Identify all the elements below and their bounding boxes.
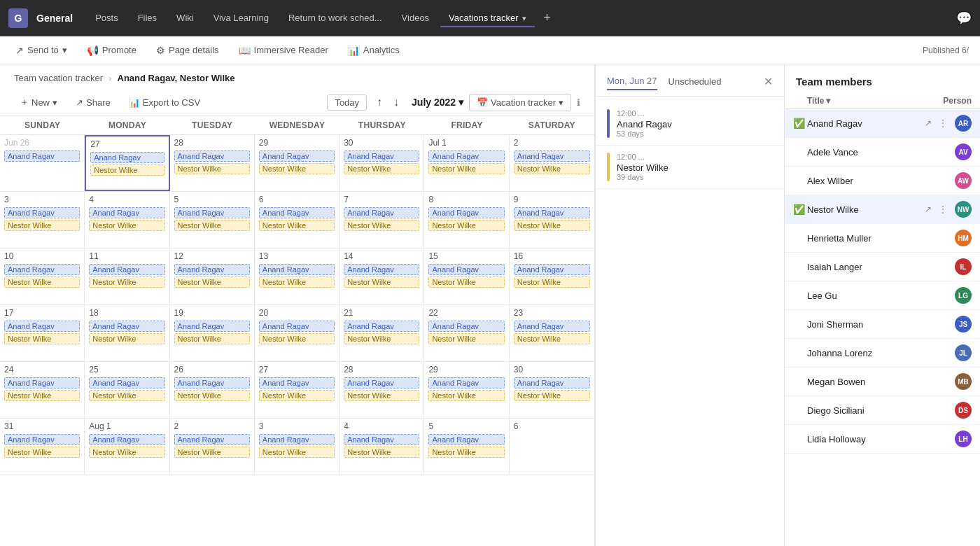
cal-cell[interactable]: Aug 1Anand RagavNestor Wilke bbox=[85, 419, 169, 475]
cal-cell[interactable]: 17Anand RagavNestor Wilke bbox=[0, 305, 85, 361]
team-row-megan[interactable]: Megan Bowen MB bbox=[785, 368, 980, 396]
promote-button[interactable]: 📢 Promote bbox=[83, 42, 141, 59]
cal-cell[interactable]: 5Anand RagavNestor Wilke bbox=[424, 419, 509, 475]
cal-cell[interactable]: 2Anand RagavNestor Wilke bbox=[170, 419, 255, 475]
cal-cell[interactable]: Jul 1Anand RagavNestor Wilke bbox=[424, 135, 509, 191]
cal-cell[interactable]: 12Anand RagavNestor Wilke bbox=[170, 248, 255, 304]
share-button[interactable]: ↗ Share bbox=[70, 94, 116, 111]
cal-cell[interactable]: 15Anand RagavNestor Wilke bbox=[424, 248, 509, 304]
add-tab-button[interactable]: + bbox=[538, 8, 556, 28]
cal-cell[interactable]: 31Anand RagavNestor Wilke bbox=[0, 419, 85, 475]
cal-cell[interactable]: 30Anand RagavNestor Wilke bbox=[510, 362, 594, 418]
team-row-nestor[interactable]: ✅ Nestor Wilke ↗ ⋮ NW bbox=[785, 195, 980, 224]
event-item-nestor[interactable]: 12:00 ... Nestor Wilke 39 days bbox=[596, 146, 784, 189]
tab-vacations-tracker[interactable]: Vacations tracker ▾ bbox=[440, 8, 535, 27]
team-member-name: Johanna Lorenz bbox=[807, 348, 955, 358]
cal-nav: ↑ ↓ bbox=[372, 94, 403, 110]
analytics-button[interactable]: 📊 Analytics bbox=[344, 42, 404, 59]
more-options-icon[interactable]: ⋮ bbox=[937, 117, 949, 130]
cal-cell[interactable]: 6 bbox=[510, 419, 594, 475]
event-panel: Mon, Jun 27 Unscheduled ✕ 12:00 ... Anan… bbox=[595, 64, 784, 546]
cal-cell[interactable]: Jun 26Anand Ragav bbox=[0, 135, 85, 191]
view-chevron-icon: ▾ bbox=[559, 97, 564, 108]
breadcrumb: Team vacation tracker › Anand Ragav, Nes… bbox=[0, 64, 594, 89]
team-row-anand[interactable]: ✅ Anand Ragav ↗ ⋮ AR bbox=[785, 109, 980, 138]
cal-cell[interactable]: 10Anand RagavNestor Wilke bbox=[0, 248, 85, 304]
page-details-button[interactable]: ⚙ Page details bbox=[152, 42, 223, 59]
team-row-alex[interactable]: Alex Wilber AW bbox=[785, 167, 980, 195]
info-icon[interactable]: ℹ bbox=[577, 97, 580, 108]
cal-cell[interactable]: 14Anand RagavNestor Wilke bbox=[340, 248, 424, 304]
tab-return-to-work[interactable]: Return to work sched... bbox=[280, 8, 391, 27]
cal-cell[interactable]: 24Anand RagavNestor Wilke bbox=[0, 362, 85, 418]
external-link-icon[interactable]: ↗ bbox=[923, 203, 934, 216]
team-row-adele[interactable]: Adele Vance AV bbox=[785, 138, 980, 167]
cal-cell[interactable]: 28Anand RagavNestor Wilke bbox=[340, 362, 424, 418]
cal-cell[interactable]: 11Anand RagavNestor Wilke bbox=[85, 248, 169, 304]
cal-cell[interactable]: 21Anand RagavNestor Wilke bbox=[340, 305, 424, 361]
cal-cell[interactable]: 16Anand RagavNestor Wilke bbox=[510, 248, 594, 304]
team-row-isaiah[interactable]: Isaiah Langer IL bbox=[785, 253, 980, 281]
event-days: 39 days bbox=[617, 173, 773, 181]
tab-videos[interactable]: Videos bbox=[393, 8, 438, 27]
cal-cell[interactable]: 6Anand RagavNestor Wilke bbox=[255, 192, 340, 248]
tab-wiki[interactable]: Wiki bbox=[168, 8, 202, 27]
cal-cell[interactable]: 20Anand RagavNestor Wilke bbox=[255, 305, 340, 361]
tab-viva-learning[interactable]: Viva Learning bbox=[205, 8, 277, 27]
event-tab-unscheduled[interactable]: Unscheduled bbox=[668, 74, 722, 90]
team-row-henrietta[interactable]: Henrietta Muller HM bbox=[785, 224, 980, 253]
breadcrumb-parent[interactable]: Team vacation tracker bbox=[14, 73, 103, 83]
day-name-sun: Sunday bbox=[0, 116, 85, 134]
cal-cell[interactable]: 8Anand RagavNestor Wilke bbox=[424, 192, 509, 248]
cal-cell[interactable]: 4Anand RagavNestor Wilke bbox=[85, 192, 169, 248]
day-name-tue: Tuesday bbox=[170, 116, 255, 134]
event-item-anand[interactable]: 12:00 ... Anand Ragav 53 days bbox=[596, 102, 784, 146]
cal-cell[interactable]: 19Anand RagavNestor Wilke bbox=[170, 305, 255, 361]
cal-cell[interactable]: 23Anand RagavNestor Wilke bbox=[510, 305, 594, 361]
more-options-icon[interactable]: ⋮ bbox=[937, 203, 949, 216]
cal-cell[interactable]: 3Anand RagavNestor Wilke bbox=[255, 419, 340, 475]
day-name-wed: Wednesday bbox=[255, 116, 340, 134]
send-to-button[interactable]: ↗ Send to ▾ bbox=[11, 42, 71, 59]
team-row-joni[interactable]: Joni Sherman JS bbox=[785, 310, 980, 339]
cal-cell[interactable]: 5Anand RagavNestor Wilke bbox=[170, 192, 255, 248]
cal-cell[interactable]: 3Anand RagavNestor Wilke bbox=[0, 192, 85, 248]
next-month-button[interactable]: ↓ bbox=[389, 94, 403, 110]
event-tab-date[interactable]: Mon, Jun 27 bbox=[607, 73, 657, 90]
cal-cell[interactable]: 18Anand RagavNestor Wilke bbox=[85, 305, 169, 361]
cal-cell[interactable]: 27Anand RagavNestor Wilke bbox=[255, 362, 340, 418]
cal-cell[interactable]: 25Anand RagavNestor Wilke bbox=[85, 362, 169, 418]
team-row-johanna[interactable]: Johanna Lorenz JL bbox=[785, 339, 980, 368]
cal-cell[interactable]: 28Anand RagavNestor Wilke bbox=[170, 135, 255, 191]
tab-posts[interactable]: Posts bbox=[87, 8, 127, 27]
event-name: Anand Ragav bbox=[617, 119, 773, 130]
close-icon[interactable]: ✕ bbox=[764, 75, 773, 88]
team-row-diego[interactable]: Diego Siciliani DS bbox=[785, 396, 980, 425]
cal-cell[interactable]: 13Anand RagavNestor Wilke bbox=[255, 248, 340, 304]
immersive-reader-button[interactable]: 📖 Immersive Reader bbox=[234, 42, 332, 59]
external-link-icon[interactable]: ↗ bbox=[923, 117, 934, 130]
chat-icon[interactable]: 💬 bbox=[956, 10, 972, 26]
cal-cell[interactable]: 4Anand RagavNestor Wilke bbox=[340, 419, 424, 475]
team-col-title[interactable]: Title ▾ bbox=[807, 96, 943, 106]
cal-cell-today[interactable]: 27Anand RagavNestor Wilke bbox=[85, 135, 169, 191]
cal-cell[interactable]: 22Anand RagavNestor Wilke bbox=[424, 305, 509, 361]
cal-cell[interactable]: 30Anand RagavNestor Wilke bbox=[340, 135, 424, 191]
cal-month-label[interactable]: July 2022 ▾ bbox=[412, 97, 463, 108]
cal-cell[interactable]: 26Anand RagavNestor Wilke bbox=[170, 362, 255, 418]
new-button[interactable]: ＋ New ▾ bbox=[14, 93, 63, 111]
export-csv-button[interactable]: 📊 Export to CSV bbox=[123, 94, 206, 111]
today-button[interactable]: Today bbox=[327, 94, 367, 111]
prev-month-button[interactable]: ↑ bbox=[372, 94, 386, 110]
cal-cell[interactable]: 2Anand RagavNestor Wilke bbox=[510, 135, 594, 191]
avatar-lidia: LH bbox=[955, 430, 972, 447]
cal-cell[interactable]: 7Anand RagavNestor Wilke bbox=[340, 192, 424, 248]
view-selector[interactable]: 📅 Vacation tracker ▾ bbox=[469, 94, 571, 111]
team-row-lidia[interactable]: Lidia Holloway LH bbox=[785, 425, 980, 454]
cal-week-3: 10Anand RagavNestor Wilke 11Anand RagavN… bbox=[0, 248, 594, 305]
cal-cell[interactable]: 9Anand RagavNestor Wilke bbox=[510, 192, 594, 248]
cal-cell[interactable]: 29Anand RagavNestor Wilke bbox=[255, 135, 340, 191]
team-row-lee[interactable]: Lee Gu LG bbox=[785, 281, 980, 310]
tab-files[interactable]: Files bbox=[130, 8, 165, 27]
cal-cell[interactable]: 29Anand RagavNestor Wilke bbox=[424, 362, 509, 418]
